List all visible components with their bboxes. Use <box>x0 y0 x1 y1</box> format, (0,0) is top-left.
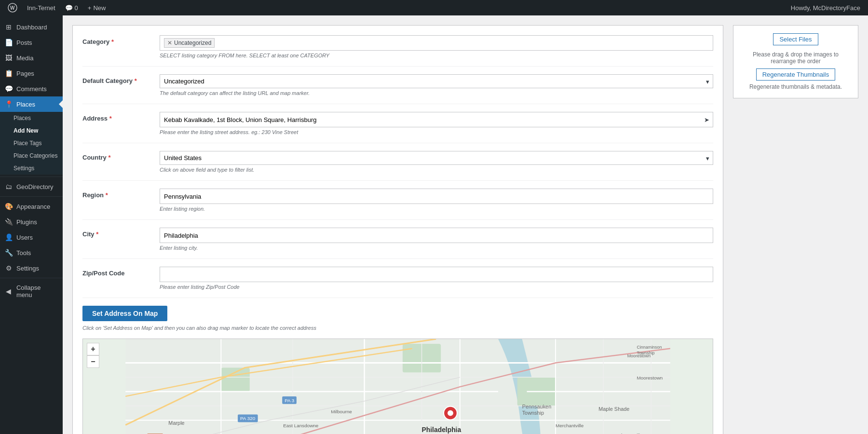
admin-menu: ⊞ Dashboard 📄 Posts 🖼 Media 📋 Pages 💬 Co… <box>0 15 63 434</box>
location-icon[interactable]: ➤ <box>704 116 709 123</box>
country-select[interactable]: United States <box>160 151 713 165</box>
svg-text:Moorestown: Moorestown <box>637 375 663 380</box>
category-tag-remove[interactable]: ✕ <box>167 40 172 46</box>
submenu-add-new[interactable]: Add New <box>0 124 63 137</box>
zoom-in-button[interactable]: + <box>87 343 99 355</box>
places-icon: 📍 <box>5 100 13 108</box>
svg-text:Pennsauken: Pennsauken <box>522 404 552 409</box>
select-files-button[interactable]: Select Files <box>773 33 818 45</box>
address-label: Address * <box>82 112 160 122</box>
sidebar-item-comments[interactable]: 💬 Comments <box>0 81 63 96</box>
map-controls: + − <box>87 343 99 368</box>
zip-input[interactable] <box>160 267 713 282</box>
set-address-row: Set Address On Map <box>82 306 713 321</box>
address-required: * <box>109 115 112 122</box>
country-help: Click on above field and type to filter … <box>160 167 713 173</box>
comments-link[interactable]: 💬 0 <box>61 0 82 15</box>
sidebar-item-tools[interactable]: 🔧 Tools <box>0 245 63 260</box>
country-row: Country * United States ▾ Click on above… <box>82 151 713 181</box>
address-wrap: ➤ <box>160 112 713 127</box>
svg-text:Philadelphia: Philadelphia <box>422 426 461 434</box>
address-input[interactable] <box>160 112 713 127</box>
menu-separator-2 <box>0 196 63 197</box>
appearance-icon: 🎨 <box>5 203 13 210</box>
media-upload-box: Select Files Please drag & drop the imag… <box>733 25 858 98</box>
sidebar-item-pages[interactable]: 📋 Pages <box>0 66 63 81</box>
user-greeting[interactable]: Howdy, McDirectoryFace <box>787 0 864 15</box>
submenu-places[interactable]: Places <box>0 112 63 124</box>
content-wrapper: Category * ✕ Uncategorized SELECT listin… <box>72 25 858 434</box>
default-category-label: Default Category * <box>82 74 160 84</box>
address-field: ➤ Please enter the listing street addres… <box>160 112 713 135</box>
svg-text:PA 3: PA 3 <box>285 398 295 403</box>
submenu-place-categories[interactable]: Place Categories <box>0 149 63 162</box>
set-address-button[interactable]: Set Address On Map <box>82 306 167 321</box>
sidebar-item-plugins[interactable]: 🔌 Plugins <box>0 214 63 230</box>
default-category-select[interactable]: Uncategorized <box>160 74 713 88</box>
regenerate-text: Regenerate thumbnails & metadata. <box>741 83 850 90</box>
default-category-select-wrap: Uncategorized ▾ <box>160 74 713 88</box>
set-address-help: Click on 'Set Address on Map' and then y… <box>82 325 713 331</box>
posts-icon: 📄 <box>5 39 13 46</box>
category-help: SELECT listing category FROM here. SELEC… <box>160 53 713 58</box>
region-field: Enter listing region. <box>160 189 713 212</box>
category-label: Category * <box>82 35 160 45</box>
comment-icon: 💬 <box>65 4 73 12</box>
sidebar-panel: Select Files Please drag & drop the imag… <box>733 25 858 434</box>
sidebar-item-places[interactable]: 📍 Places <box>0 96 63 112</box>
main-content: Category * ✕ Uncategorized SELECT listin… <box>63 15 868 434</box>
sidebar-item-settings[interactable]: ⚙ Settings <box>0 260 63 276</box>
category-tag: ✕ Uncategorized <box>164 38 215 48</box>
city-label: City * <box>82 228 160 238</box>
svg-text:Marple: Marple <box>168 420 184 426</box>
country-field: United States ▾ Click on above field and… <box>160 151 713 173</box>
default-category-required: * <box>135 77 137 84</box>
city-input[interactable] <box>160 228 713 243</box>
users-icon: 👤 <box>5 233 13 241</box>
svg-text:Maple Shade: Maple Shade <box>598 406 629 412</box>
country-select-wrap: United States ▾ <box>160 151 713 165</box>
default-category-help: The default category can affect the list… <box>160 90 713 96</box>
form-area: Category * ✕ Uncategorized SELECT listin… <box>72 25 723 434</box>
places-submenu: Places Add New Place Tags Place Categori… <box>0 112 63 175</box>
zoom-out-button[interactable]: − <box>87 355 99 368</box>
address-help: Please enter the listing street address.… <box>160 129 713 135</box>
submenu-place-tags[interactable]: Place Tags <box>0 137 63 149</box>
new-content-link[interactable]: + New <box>84 0 110 15</box>
submenu-settings[interactable]: Settings <box>0 162 63 175</box>
city-required: * <box>96 231 98 238</box>
svg-text:Township: Township <box>522 410 544 416</box>
zip-field: Please enter listing Zip/Post Code <box>160 267 713 290</box>
address-row: Address * ➤ Please enter the listing str… <box>82 112 713 143</box>
plugins-icon: 🔌 <box>5 218 13 226</box>
wp-logo-link[interactable]: W <box>4 0 21 15</box>
sidebar-item-appearance[interactable]: 🎨 Appearance <box>0 199 63 214</box>
city-help: Enter listing city. <box>160 245 713 251</box>
media-icon: 🖼 <box>5 54 13 62</box>
zip-row: Zip/Post Code Please enter listing Zip/P… <box>82 267 713 298</box>
sidebar-item-geodirectory[interactable]: 🗂 GeoDirectory <box>0 179 63 194</box>
country-required: * <box>108 154 110 161</box>
sidebar-item-media[interactable]: 🖼 Media <box>0 50 63 66</box>
menu-separator-3 <box>0 278 63 278</box>
region-input[interactable] <box>160 189 713 204</box>
sidebar-item-posts[interactable]: 📄 Posts <box>0 35 63 50</box>
region-label: Region * <box>82 189 160 199</box>
menu-separator-1 <box>0 176 63 177</box>
collapse-icon: ◀ <box>5 287 13 295</box>
svg-text:W: W <box>10 5 15 11</box>
sidebar-item-users[interactable]: 👤 Users <box>0 230 63 245</box>
svg-point-45 <box>448 410 453 416</box>
site-name-link[interactable]: Inn-Ternet <box>23 0 59 15</box>
category-tag-input[interactable]: ✕ Uncategorized <box>160 35 713 51</box>
comments-icon: 💬 <box>5 85 13 93</box>
map-container[interactable]: + − <box>82 339 713 434</box>
collapse-menu-button[interactable]: ◀ Collapse menu <box>0 280 63 302</box>
regenerate-thumbnails-button[interactable]: Regenerate Thumbnails <box>756 68 836 81</box>
geodirectory-icon: 🗂 <box>5 183 13 190</box>
svg-text:Milbourne: Milbourne <box>331 409 352 414</box>
tools-icon: 🔧 <box>5 249 13 257</box>
sidebar-item-dashboard[interactable]: ⊞ Dashboard <box>0 19 63 35</box>
svg-text:Merchantville: Merchantville <box>556 423 584 428</box>
category-row: Category * ✕ Uncategorized SELECT listin… <box>82 35 713 67</box>
